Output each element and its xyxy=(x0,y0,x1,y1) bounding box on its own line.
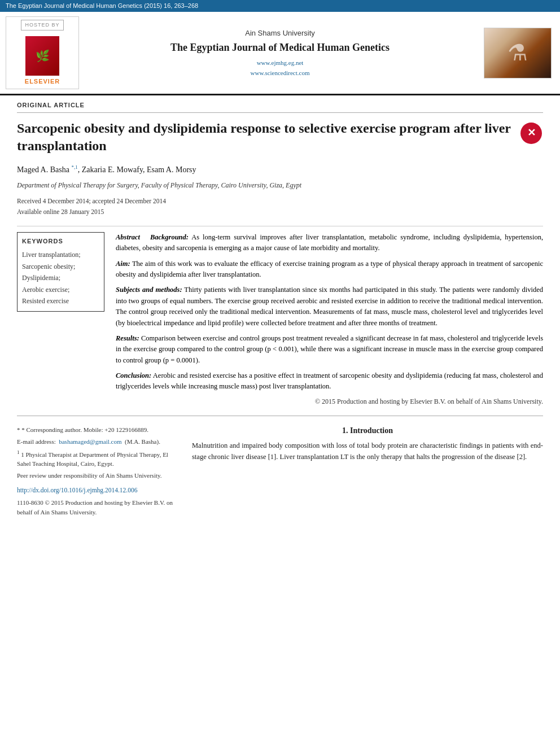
keywords-box: KEYWORDS Liver transplantation; Sarcopen… xyxy=(17,232,104,312)
email-line: E-mail address: bashamaged@gmail.com (M.… xyxy=(17,437,181,447)
footnote-1-superscript: 1 xyxy=(17,449,20,455)
divider-2 xyxy=(17,416,543,416)
physical-therapist-text: 1 Physical Therapist at Department of Ph… xyxy=(17,451,168,467)
affiliation: Department of Physical Therapy for Surge… xyxy=(17,181,543,190)
article-type-label: ORIGINAL ARTICLE xyxy=(17,101,543,112)
abstract-results: Results: Comparison between exercise and… xyxy=(116,333,543,366)
crossmark-icon: ✕ xyxy=(520,123,542,144)
article-dates: Received 4 December 2014; accepted 24 De… xyxy=(17,196,543,217)
abstract-background: Abstract Background: As long-term surviv… xyxy=(116,232,543,254)
introduction-paragraph: Malnutrition and impaired body compositi… xyxy=(192,440,543,462)
abstract-aim: Aim: The aim of this work was to evaluat… xyxy=(116,259,543,281)
introduction-section: 1. Introduction Malnutrition and impaire… xyxy=(192,425,543,519)
elsevier-icon-image xyxy=(25,36,59,76)
journal-info: Ain Shams University The Egyptian Journa… xyxy=(85,16,475,89)
header-image-area xyxy=(481,16,554,89)
journal-topbar: The Egyptian Journal of Medical Human Ge… xyxy=(0,0,560,12)
divider-1 xyxy=(17,226,543,226)
journal-citation: The Egyptian Journal of Medical Human Ge… xyxy=(6,2,198,9)
abstract-section: KEYWORDS Liver transplantation; Sarcopen… xyxy=(17,232,543,407)
main-content-area: ORIGINAL ARTICLE Sarcopenic obesity and … xyxy=(0,95,560,525)
corresponding-text: * Corresponding author. Mobile: +20 1229… xyxy=(21,426,148,433)
keywords-title: KEYWORDS xyxy=(22,237,99,246)
intro-text: Malnutrition and impaired body compositi… xyxy=(192,442,543,460)
abstract-area: Abstract Background: As long-term surviv… xyxy=(116,232,543,407)
background-label: Background: xyxy=(150,233,189,241)
available-date: Available online 28 January 2015 xyxy=(17,208,104,215)
hosted-by-label: HOSTED BY xyxy=(21,20,63,30)
header-decorative-image xyxy=(484,28,552,78)
footnotes-introduction-area: * * Corresponding author. Mobile: +20 12… xyxy=(17,425,543,519)
introduction-title: 1. Introduction xyxy=(192,425,543,436)
keywords-list: Liver transplantation; Sarcopenic obesit… xyxy=(22,249,99,307)
star-symbol: * xyxy=(17,426,20,433)
results-label: Results: xyxy=(116,334,139,342)
issn-line: 1110-8630 © 2015 Production and hosting … xyxy=(17,498,181,517)
email-author: (M.A. Basha). xyxy=(125,438,160,445)
methods-label: Subjects and methods: xyxy=(116,286,182,294)
crossmark-badge[interactable]: ✕ xyxy=(520,123,543,145)
keyword-4: Aerobic exercise; xyxy=(22,286,69,294)
article-title-row: Sarcopenic obesity and dyslipidemia resp… xyxy=(17,120,543,155)
abstract-label: Abstract xyxy=(116,233,140,241)
author-star: *,1 xyxy=(71,164,77,170)
section-number: 1. xyxy=(342,426,348,435)
abstract-copyright: © 2015 Production and hosting by Elsevie… xyxy=(116,397,543,407)
aim-label: Aim: xyxy=(116,260,130,268)
keyword-1: Liver transplantation; xyxy=(22,251,81,259)
physical-therapist-note: 1 1 Physical Therapist at Department of … xyxy=(17,449,181,469)
conclusion-text: Aerobic and resisted exercise has a posi… xyxy=(116,372,543,390)
abstract-conclusion: Conclusion: Aerobic and resisted exercis… xyxy=(116,370,543,392)
elsevier-text: ELSEVIER xyxy=(25,77,60,86)
abstract-methods: Subjects and methods: Thirty patients wi… xyxy=(116,285,543,329)
section-label: Introduction xyxy=(350,426,393,435)
keywords-sidebar: KEYWORDS Liver transplantation; Sarcopen… xyxy=(17,232,104,407)
results-text: Comparison between exercise and control … xyxy=(116,334,543,364)
elsevier-logo: ELSEVIER xyxy=(25,36,60,86)
peer-review-note: Peer review under responsibility of Ain … xyxy=(17,471,181,480)
email-link[interactable]: bashamaged@gmail.com xyxy=(59,438,121,445)
author-names: Maged A. Basha *,1, Zakaria E. Mowafy, E… xyxy=(17,165,196,174)
keyword-3: Dyslipidemia; xyxy=(22,274,60,282)
journal-links: www.ejmhg.eg.net www.sciencedirect.com xyxy=(251,58,310,78)
aim-text: The aim of this work was to evaluate the… xyxy=(116,260,543,278)
keyword-2: Sarcopenic obesity; xyxy=(22,263,75,270)
journal-header: HOSTED BY ELSEVIER Ain Shams University … xyxy=(0,12,560,95)
doi-link[interactable]: http://dx.doi.org/10.1016/j.ejmhg.2014.1… xyxy=(17,486,181,495)
received-date: Received 4 December 2014; accepted 24 De… xyxy=(17,198,166,204)
journal-url1[interactable]: www.ejmhg.eg.net xyxy=(257,59,304,66)
authors-line: Maged A. Basha *,1, Zakaria E. Mowafy, E… xyxy=(17,164,543,175)
article-title: Sarcopenic obesity and dyslipidemia resp… xyxy=(17,120,515,155)
corresponding-author: * * Corresponding author. Mobile: +20 12… xyxy=(17,425,181,435)
conclusion-label: Conclusion: xyxy=(116,372,151,379)
university-name: Ain Shams University xyxy=(245,28,315,38)
journal-title: The Egyptian Journal of Medical Human Ge… xyxy=(170,41,390,55)
keyword-5: Resisted exercise xyxy=(22,297,69,305)
footnotes-area: * * Corresponding author. Mobile: +20 12… xyxy=(17,425,181,519)
journal-url2[interactable]: www.sciencedirect.com xyxy=(251,69,310,76)
email-label: E-mail address: xyxy=(17,438,56,445)
elsevier-branding: HOSTED BY ELSEVIER xyxy=(6,16,79,89)
